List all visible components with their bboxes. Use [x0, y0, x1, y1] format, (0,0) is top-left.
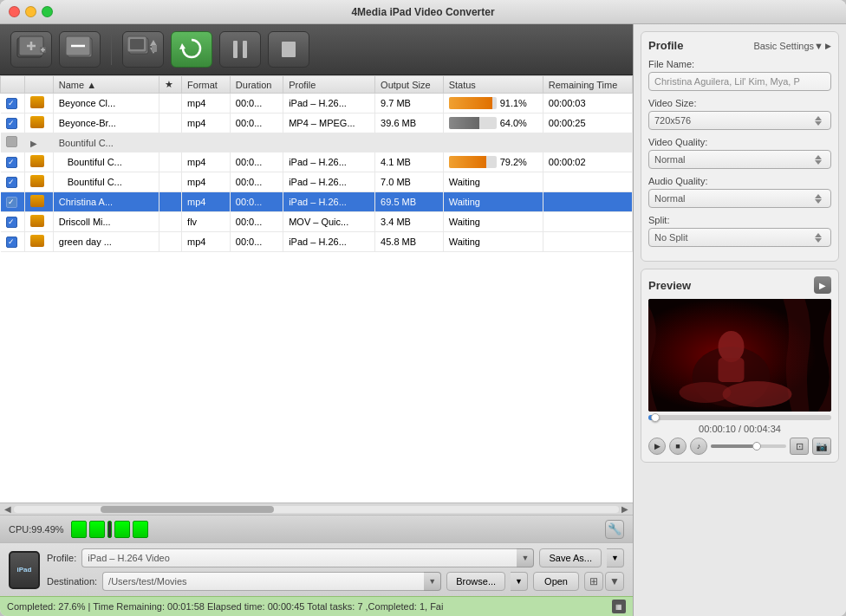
svg-point-26 [680, 382, 732, 403]
add-button[interactable] [10, 31, 52, 68]
options-icon-btn[interactable]: ▼ [605, 572, 624, 591]
row-checkbox[interactable] [6, 177, 17, 188]
col-status[interactable]: Status [443, 76, 543, 94]
cell-output-size: 7.0 MB [375, 172, 444, 192]
preview-progress-bar[interactable] [648, 415, 831, 420]
cell-status: 91.1% [443, 94, 543, 113]
cell-output-size: 45.8 MB [375, 232, 444, 252]
camera-button[interactable]: 📷 [812, 438, 831, 455]
table-row-selected[interactable]: Christina A... mp4 00:0... iPad – H.26..… [1, 192, 633, 212]
toolbar [0, 24, 633, 75]
svg-rect-15 [130, 39, 144, 49]
minimize-button[interactable] [25, 6, 36, 17]
scrollbar-thumb[interactable] [101, 506, 274, 513]
cpu-bar-4 [133, 521, 148, 538]
save-as-button[interactable]: Save As... [539, 548, 602, 567]
left-panel: Name ▲ ★ Format Duration Profile Output … [0, 24, 634, 616]
scrollbar-track[interactable] [14, 506, 619, 513]
col-remaining[interactable]: Remaining Time [543, 76, 632, 94]
scroll-right-arrow[interactable]: ▶ [619, 503, 631, 515]
cell-name: Bountiful C... [53, 172, 159, 192]
cell-duration: 00:0... [230, 152, 283, 172]
open-button[interactable]: Open [533, 572, 579, 591]
dest-dropdown-btn[interactable]: ▼ [424, 572, 441, 591]
col-profile[interactable]: Profile [283, 76, 375, 94]
file-table-container[interactable]: Name ▲ ★ Format Duration Profile Output … [0, 75, 633, 503]
close-button[interactable] [9, 6, 20, 17]
table-row[interactable]: Driscoll Mi... flv 00:0... MOV – Quic...… [1, 212, 633, 232]
scroll-left-arrow[interactable]: ◀ [2, 503, 14, 515]
volume-thumb[interactable] [752, 442, 761, 451]
profile-label: Profile: [47, 553, 76, 563]
basic-settings-dropdown[interactable]: Basic Settings▼ ▶ [753, 41, 831, 51]
cell-profile: MOV – Quic... [283, 212, 375, 232]
film-icon [30, 195, 44, 207]
audio-quality-field: Audio Quality: Normal [648, 176, 831, 208]
volume-button[interactable]: ♪ [690, 438, 707, 455]
profile-input[interactable]: iPad – H.264 Video [81, 548, 517, 567]
row-checkbox[interactable] [6, 197, 17, 208]
pause-button[interactable] [219, 31, 261, 68]
row-checkbox[interactable] [6, 118, 17, 129]
cell-format: mp4 [182, 113, 231, 133]
video-size-select[interactable]: 720x576 [648, 111, 831, 130]
video-quality-select[interactable]: Normal [648, 150, 831, 169]
stop-preview-button[interactable]: ■ [669, 438, 687, 455]
refresh-button[interactable] [171, 31, 212, 68]
audio-quality-select[interactable]: Normal [648, 189, 831, 208]
file-name-input[interactable] [648, 72, 831, 91]
col-format[interactable]: Format [182, 76, 231, 94]
dest-input[interactable]: /Users/test/Movies [102, 572, 424, 591]
cell-profile: iPad – H.26... [283, 94, 375, 113]
play-button[interactable]: ▶ [648, 438, 666, 455]
copy-icon-btn[interactable]: ⊞ [584, 572, 603, 591]
col-star[interactable]: ★ [159, 76, 182, 94]
col-output-size[interactable]: Output Size [375, 76, 444, 94]
cpu-label: CPU:99.49% [9, 524, 64, 535]
cell-name: Driscoll Mi... [53, 212, 159, 232]
video-quality-arrow[interactable] [811, 155, 825, 165]
row-checkbox[interactable] [6, 157, 17, 168]
table-row[interactable]: Bountiful C... mp4 00:0... iPad – H.26..… [1, 172, 633, 192]
remove-button[interactable] [59, 31, 101, 68]
maximize-button[interactable] [42, 6, 53, 17]
preview-progress-thumb[interactable] [651, 413, 660, 422]
preview-next-button[interactable]: ▶ [814, 276, 831, 294]
row-checkbox[interactable] [6, 98, 17, 109]
cell-star [159, 212, 182, 232]
split-arrow[interactable] [811, 233, 825, 243]
profile-dropdown-btn[interactable]: ▼ [517, 548, 534, 567]
svg-rect-18 [233, 41, 238, 58]
row-checkbox[interactable] [6, 217, 17, 228]
volume-slider[interactable] [711, 444, 786, 448]
window-title: 4Media iPad Video Converter [351, 6, 494, 18]
col-name[interactable]: Name ▲ [53, 76, 159, 94]
col-duration[interactable]: Duration [230, 76, 283, 94]
table-row[interactable]: green day ... mp4 00:0... iPad – H.26...… [1, 232, 633, 252]
stop-button[interactable] [268, 31, 309, 68]
table-row[interactable]: Bountiful C... mp4 00:0... iPad – H.26..… [1, 152, 633, 172]
horizontal-scrollbar[interactable]: ◀ ▶ [0, 503, 633, 515]
row-checkbox[interactable] [6, 237, 17, 248]
screenshot-button[interactable]: ⊡ [790, 438, 809, 455]
video-size-arrow[interactable] [811, 116, 825, 126]
svg-rect-7 [68, 38, 92, 57]
status-icon: ▦ [612, 600, 626, 613]
convert-to-button[interactable] [122, 31, 164, 68]
ipad-icon: iPad [9, 551, 40, 589]
row-checkbox[interactable] [6, 136, 17, 147]
cell-remaining [543, 172, 632, 192]
save-as-dropdown-btn[interactable]: ▼ [607, 548, 624, 567]
browse-button[interactable]: Browse... [446, 572, 505, 591]
cell-remaining: 00:00:03 [543, 94, 632, 113]
browse-dropdown-btn[interactable]: ▼ [511, 572, 528, 591]
cell-profile: iPad – H.26... [283, 152, 375, 172]
table-row[interactable]: Beyonce Cl... mp4 00:0... iPad – H.26...… [1, 94, 633, 113]
table-row[interactable]: Beyonce-Br... mp4 00:0... MP4 – MPEG... … [1, 113, 633, 133]
split-select[interactable]: No Split [648, 228, 831, 247]
table-row-group[interactable]: ▶ Bountiful C... [1, 133, 633, 152]
film-icon [30, 215, 44, 227]
cell-output-size: 39.6 MB [375, 113, 444, 133]
settings-button[interactable]: 🔧 [605, 520, 624, 539]
audio-quality-arrow[interactable] [811, 194, 825, 204]
